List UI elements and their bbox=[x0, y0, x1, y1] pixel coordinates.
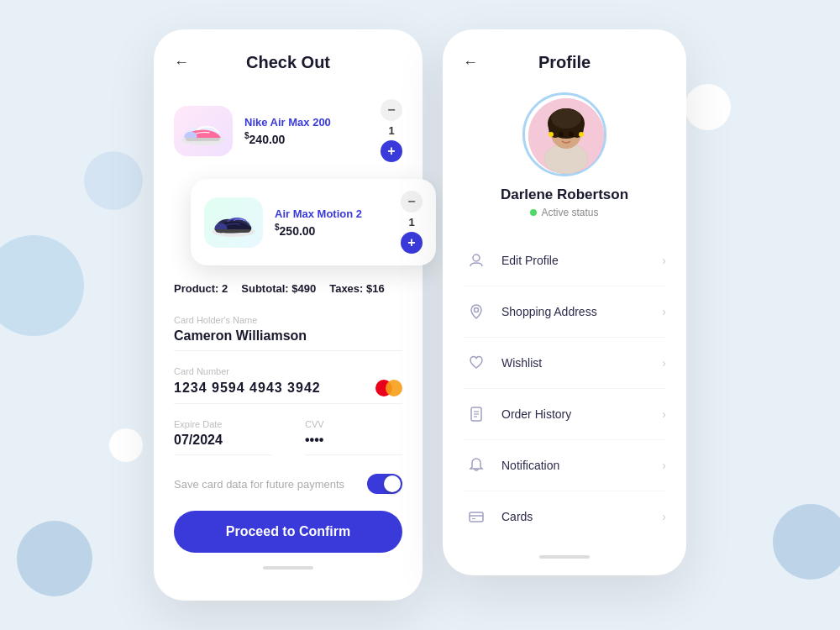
mastercard-icon bbox=[375, 380, 402, 396]
checkout-header: ← Check Out bbox=[174, 53, 402, 72]
save-card-toggle[interactable] bbox=[367, 474, 402, 494]
menu-item-order-history[interactable]: Order History › bbox=[463, 389, 666, 440]
product-price-2: $250.00 bbox=[275, 223, 401, 238]
card-icon bbox=[463, 503, 490, 530]
panels-container: ← Check Out Nike Air Max 200 bbox=[154, 29, 686, 601]
svg-point-18 bbox=[473, 255, 480, 261]
checkout-back-button[interactable]: ← bbox=[174, 54, 189, 71]
expire-date-label: Expire Date bbox=[174, 419, 271, 429]
product-count-summary: Product: 2 bbox=[174, 282, 228, 295]
bg-decoration-5 bbox=[685, 84, 731, 130]
profile-back-button[interactable]: ← bbox=[463, 54, 478, 71]
product-item-2: Air Max Motion 2 $250.00 − 1 + bbox=[191, 179, 436, 265]
shopping-address-chevron: › bbox=[662, 305, 666, 318]
save-card-row: Save card data for future payments bbox=[174, 474, 402, 494]
menu-item-shopping-address[interactable]: Shopping Address › bbox=[463, 286, 666, 338]
qty-plus-1[interactable]: + bbox=[381, 140, 402, 162]
save-card-label: Save card data for future payments bbox=[174, 478, 344, 491]
svg-point-15 bbox=[569, 132, 574, 138]
notification-label: Notification bbox=[501, 459, 662, 472]
product-name-2: Air Max Motion 2 bbox=[275, 207, 401, 220]
cvv-value[interactable]: •••• bbox=[305, 433, 402, 448]
product-image-2 bbox=[204, 197, 263, 248]
mc-orange-circle bbox=[386, 380, 402, 396]
heart-icon bbox=[463, 349, 490, 376]
svg-rect-2 bbox=[186, 137, 220, 140]
location-icon bbox=[463, 298, 490, 325]
svg-point-19 bbox=[475, 308, 479, 312]
menu-item-notification[interactable]: Notification › bbox=[463, 440, 666, 491]
expire-cvv-row: Expire Date 07/2024 CVV •••• bbox=[174, 419, 402, 470]
order-summary: Product: 2 Subtotal: $490 Taxes: $16 bbox=[174, 282, 402, 295]
qty-number-2: 1 bbox=[408, 216, 414, 228]
toggle-knob bbox=[384, 475, 401, 492]
card-number-label: Card Number bbox=[174, 366, 402, 376]
user-name: Darlene Robertson bbox=[501, 186, 628, 203]
wishlist-label: Wishlist bbox=[501, 356, 662, 370]
qty-minus-2[interactable]: − bbox=[401, 191, 423, 213]
card-number-value[interactable]: 1234 9594 4943 3942 bbox=[174, 381, 375, 396]
document-icon bbox=[463, 401, 490, 428]
cvv-label: CVV bbox=[305, 419, 402, 429]
checkout-panel: ← Check Out Nike Air Max 200 bbox=[154, 29, 423, 601]
product-name-1: Nike Air Max 200 bbox=[244, 116, 381, 129]
wishlist-chevron: › bbox=[662, 356, 666, 370]
product-info-2: Air Max Motion 2 $250.00 bbox=[275, 207, 401, 238]
taxes-summary: Taxes: $16 bbox=[329, 282, 385, 295]
order-history-chevron: › bbox=[662, 407, 666, 421]
menu-item-edit-profile[interactable]: Edit Profile › bbox=[463, 235, 666, 286]
qty-number-1: 1 bbox=[388, 124, 394, 137]
bell-icon bbox=[463, 452, 490, 479]
card-number-row: 1234 9594 4943 3942 bbox=[174, 380, 402, 396]
bg-decoration-4 bbox=[109, 428, 143, 462]
card-holder-label: Card Holder's Name bbox=[174, 315, 402, 325]
bg-decoration-6 bbox=[773, 504, 840, 580]
avatar-image bbox=[528, 98, 604, 174]
notification-chevron: › bbox=[662, 459, 666, 472]
card-number-field: Card Number 1234 9594 4943 3942 bbox=[174, 366, 402, 404]
bg-decoration-1 bbox=[0, 235, 84, 336]
profile-header: ← Profile bbox=[463, 53, 666, 72]
order-history-label: Order History bbox=[501, 407, 662, 421]
profile-scroll-indicator bbox=[539, 555, 590, 559]
cards-label: Cards bbox=[501, 510, 662, 523]
svg-point-14 bbox=[559, 132, 564, 138]
card-holder-field: Card Holder's Name Cameron Williamson bbox=[174, 315, 402, 351]
svg-point-17 bbox=[579, 132, 584, 137]
scroll-indicator bbox=[263, 566, 313, 570]
edit-profile-chevron: › bbox=[662, 254, 666, 267]
profile-menu-list: Edit Profile › Shopping Address › Wishli… bbox=[463, 235, 666, 542]
shopping-address-label: Shopping Address bbox=[501, 305, 662, 318]
bg-decoration-3 bbox=[17, 521, 92, 596]
shoe-svg-1 bbox=[178, 110, 228, 152]
svg-rect-24 bbox=[470, 512, 483, 522]
active-status: Active status bbox=[530, 207, 598, 218]
menu-item-wishlist[interactable]: Wishlist › bbox=[463, 338, 666, 389]
product-info-1: Nike Air Max 200 $240.00 bbox=[244, 116, 381, 146]
avatar-ring bbox=[522, 92, 606, 176]
product-item-1: Nike Air Max 200 $240.00 − 1 + bbox=[174, 92, 402, 169]
cards-chevron: › bbox=[662, 510, 666, 523]
person-icon bbox=[463, 247, 490, 274]
product-price-1: $240.00 bbox=[244, 131, 381, 146]
avatar-section: Darlene Robertson Active status bbox=[463, 92, 666, 218]
svg-point-16 bbox=[549, 132, 554, 137]
profile-panel: ← Profile bbox=[443, 29, 686, 575]
qty-controls-1: − 1 + bbox=[381, 99, 402, 162]
subtotal-summary: Subtotal: $490 bbox=[241, 282, 316, 295]
qty-plus-2[interactable]: + bbox=[401, 232, 423, 254]
cvv-field: CVV •••• bbox=[305, 419, 402, 455]
status-dot bbox=[530, 209, 537, 216]
proceed-button[interactable]: Proceed to Confirm bbox=[174, 511, 402, 553]
profile-title: Profile bbox=[485, 53, 644, 72]
person-avatar-svg bbox=[528, 98, 604, 174]
qty-controls-2: − 1 + bbox=[401, 191, 423, 254]
expire-date-value[interactable]: 07/2024 bbox=[174, 433, 271, 448]
product-image-1 bbox=[174, 106, 233, 156]
svg-rect-5 bbox=[216, 228, 250, 232]
qty-minus-1[interactable]: − bbox=[381, 99, 402, 121]
card-holder-value[interactable]: Cameron Williamson bbox=[174, 328, 402, 344]
checkout-title: Check Out bbox=[196, 53, 381, 72]
svg-point-13 bbox=[551, 108, 581, 129]
menu-item-cards[interactable]: Cards › bbox=[463, 491, 666, 542]
